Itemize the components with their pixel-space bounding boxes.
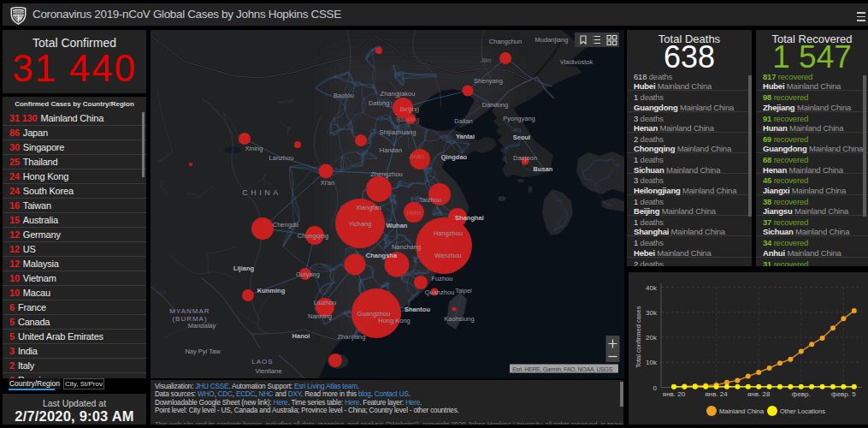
svg-text:Quanzhou: Quanzhou [425,288,455,296]
svg-text:(BURMA): (BURMA) [172,315,207,323]
svg-text:Xining: Xining [245,145,263,152]
svg-text:Liuzhou: Liuzhou [314,299,336,306]
svg-text:Datong: Datong [369,99,389,107]
svg-text:30k: 30k [646,309,658,317]
svg-text:Xi'an: Xi'an [321,179,334,187]
svg-text:Mudanjiang: Mudanjiang [535,36,569,44]
svg-text:Zhanjiang: Zhanjiang [338,333,366,341]
svg-text:Hanoi: Hanoi [292,332,310,340]
svg-text:Daejeon: Daejeon [513,154,537,162]
svg-text:Chengdu: Chengdu [273,221,298,229]
svg-text:Dalian: Dalian [454,117,472,125]
svg-text:Vladivostok: Vladivostok [560,58,593,66]
svg-text:Nanchang: Nanchang [392,243,421,251]
svg-text:Zhengzhou: Zhengzhou [370,170,403,178]
svg-text:Total confirmed cases: Total confirmed cases [635,306,642,368]
svg-text:февр.: февр. [792,390,811,398]
svg-text:Xiangfan: Xiangfan [356,204,381,211]
svg-text:Nay Pyi Taw: Nay Pyi Taw [185,348,221,355]
svg-text:Baotou: Baotou [334,92,354,99]
svg-text:Mainland China: Mainland China [719,407,765,415]
svg-text:Changsha: Changsha [366,252,398,259]
svg-text:Guangzhou: Guangzhou [357,310,391,318]
svg-text:Lanzhou: Lanzhou [269,154,294,162]
svg-text:февр. 5: февр. 5 [831,390,856,398]
svg-text:Shijiazhuang: Shijiazhuang [380,128,416,136]
svg-text:Pyongyang: Pyongyang [503,115,535,122]
svg-text:Shenyang: Shenyang [474,77,503,85]
svg-text:Hefei: Hefei [406,209,422,217]
svg-text:MYANMAR: MYANMAR [169,307,210,315]
svg-text:Shanghai: Shanghai [455,214,484,222]
svg-text:Hong Kong: Hong Kong [378,317,410,324]
svg-text:Taizhou: Taizhou [419,196,441,204]
svg-text:Shantou: Shantou [404,306,430,313]
svg-text:Jinan: Jinan [409,152,424,160]
svg-text:Qingdao: Qingdao [441,153,468,161]
svg-text:Wuhan: Wuhan [387,222,408,229]
svg-text:Seoul: Seoul [513,134,530,141]
svg-text:янв. 28: янв. 28 [747,390,771,398]
svg-text:10k: 10k [646,359,658,366]
svg-text:Vientiane: Vientiane [255,367,281,375]
svg-text:Esri, HERE, Garmin, FAO, NOAA,: Esri, HERE, Garmin, FAO, NOAA, USGS [512,366,613,372]
svg-text:янв. 20: янв. 20 [663,390,686,398]
svg-text:20k: 20k [646,334,658,342]
svg-text:LAOS: LAOS [251,358,273,366]
svg-text:Other Locations: Other Locations [780,407,825,415]
svg-text:CHINA: CHINA [242,188,281,197]
svg-text:Wenzhou: Wenzhou [434,252,462,259]
svg-text:Mandalay: Mandalay [188,322,216,330]
svg-text:Busan: Busan [534,165,553,173]
svg-text:Yichang: Yichang [349,220,372,228]
svg-text:Baoding: Baoding [396,116,420,123]
svg-text:Dandong: Dandong [482,101,508,109]
svg-text:Guiyang: Guiyang [296,270,320,278]
svg-text:Handan: Handan [380,146,402,154]
svg-text:Zhangjiakou: Zhangjiakou [381,90,416,98]
svg-text:янв. 24: янв. 24 [705,390,728,398]
svg-text:Kunming: Kunming [257,287,286,294]
svg-text:Beijing: Beijing [400,105,420,113]
svg-text:Yantai: Yantai [456,133,475,140]
svg-text:Jilin: Jilin [481,57,491,63]
svg-text:40k: 40k [646,284,658,292]
svg-text:Chongqing: Chongqing [298,232,328,240]
svg-text:Nanning: Nanning [308,312,332,320]
svg-text:Lijiang: Lijiang [233,265,255,272]
svg-text:Fuzhou: Fuzhou [431,275,452,282]
svg-text:Kaohsiung: Kaohsiung [444,315,474,323]
svg-text:0: 0 [653,384,658,392]
svg-text:Taipei: Taipei [455,287,472,294]
svg-text:Changchun: Changchun [489,38,522,45]
svg-text:Hangzhou: Hangzhou [434,229,463,237]
